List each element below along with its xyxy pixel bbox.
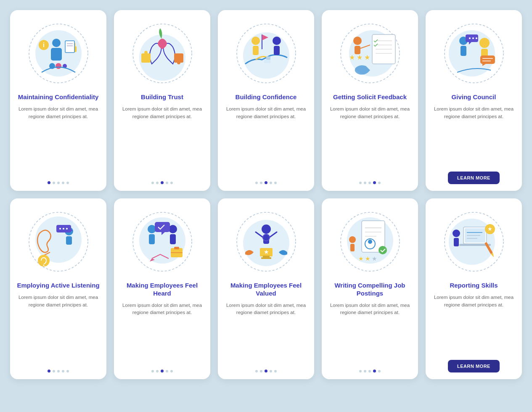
svg-point-11 [56,63,61,69]
svg-rect-3 [51,48,62,61]
svg-text:★: ★ [358,255,364,262]
card-5-body: Lorem ipsum dolor sit dim amet, mea regi… [432,106,515,166]
svg-point-51 [476,37,477,39]
svg-rect-26 [274,46,280,55]
svg-point-113 [453,230,460,237]
card-3-body: Lorem ipsum dolor sit dim amet, mea regi… [225,106,307,176]
dot [270,182,272,184]
card-10-learn-button[interactable]: LEARN MORE [448,360,500,372]
svg-text:★: ★ [372,255,377,262]
svg-text:★: ★ [364,54,370,61]
dot [66,182,69,184]
svg-text:★: ★ [365,255,371,262]
svg-rect-70 [170,234,176,244]
svg-text:★: ★ [263,248,269,255]
dot [166,370,168,372]
dot [368,370,371,372]
card-7-dots [151,370,173,372]
dot [373,370,376,372]
card-3-illustration [233,18,300,89]
svg-rect-40 [355,46,360,54]
svg-point-50 [472,37,474,39]
card-1-body: Lorem ipsum dolor sit dim amet, mea regi… [17,106,100,176]
card-getting-solicit-feedback: ★ ★ ★ Getting Solicit Feedback Lorem ips… [322,10,418,191]
card-8-title: Making Employees Feel Valued [225,282,307,298]
card-2-dots [151,181,173,184]
card-9-body: Lorem ipsum dolor sit dim amet, mea regi… [328,302,411,365]
card-1-footer [17,181,100,184]
svg-rect-100 [350,244,355,251]
dot [364,182,366,184]
svg-point-21 [251,37,260,45]
dot [170,182,173,184]
card-3-dots [255,181,277,184]
card-1-title: Maintaining Confidentiality [18,93,99,101]
card-5-title: Giving Council [452,93,496,101]
card-6-dots [48,370,69,372]
card-making-employees-feel-valued: ★ Making Employees Feel Valued Lorem ips… [218,198,314,379]
dot [359,370,362,372]
dot [378,370,381,372]
card-making-employees-feel-heard: Making Employees Feel Heard Lorem ipsum … [114,198,210,379]
card-7-title: Making Employees Feel Heard [121,282,204,298]
svg-rect-68 [149,234,155,244]
card-4-body: Lorem ipsum dolor sit dim amet, mea regi… [328,106,411,176]
card-10-illustration: ★ [440,206,508,277]
dot [166,182,168,184]
card-7-body: Lorem ipsum dolor sit dim amet, mea regi… [121,302,204,365]
dot [57,370,60,372]
card-writing-compelling-job-postings: ★ ★ ★ Writing Compelling Job Postings Lo… [322,198,418,379]
svg-point-99 [349,236,356,243]
svg-rect-15 [141,53,151,63]
svg-rect-22 [253,46,259,55]
card-4-title: Getting Solicit Feedback [333,93,407,101]
svg-point-18 [177,61,180,64]
card-10-footer: LEARN MORE [432,360,515,372]
card-5-illustration [440,18,508,89]
svg-point-82 [262,224,271,234]
svg-rect-80 [261,257,271,259]
card-6-body: Lorem ipsum dolor sit dim amet, mea regi… [17,294,100,364]
card-9-dots [359,370,381,372]
svg-rect-7 [65,41,74,53]
card-3-title: Building Confidence [236,93,297,101]
dot [151,370,154,372]
card-2-footer [121,181,204,184]
card-4-footer [328,181,411,184]
dot [156,370,159,372]
svg-rect-27 [264,60,270,63]
dot [170,370,173,372]
dot [274,182,277,184]
svg-point-61 [63,228,64,230]
card-7-illustration [129,206,196,277]
card-5-learn-button[interactable]: LEARN MORE [448,172,500,184]
dot [368,182,371,184]
card-8-illustration: ★ [233,206,300,277]
dot [66,370,69,372]
dot [378,182,381,184]
svg-point-98 [378,246,387,254]
dot [161,181,164,184]
card-2-body: Lorem ipsum dolor sit dim amet, mea regi… [121,106,204,176]
card-maintaining-confidentiality: i Maintaining Confidentiality Lorem ipsu… [10,10,106,191]
svg-rect-73 [174,247,179,249]
card-4-illustration: ★ ★ ★ [336,18,404,89]
dot [373,181,376,184]
card-4-dots [359,181,381,184]
dot [48,370,50,372]
svg-text:★: ★ [349,54,355,61]
card-6-title: Employing Active Listening [17,282,99,290]
card-building-confidence: Building Confidence Lorem ipsum dolor si… [218,10,314,191]
dot [364,370,366,372]
card-reporting-skills: ★ Reporting Skills Lorem ipsum dolor sit… [426,198,522,379]
svg-point-60 [59,228,61,230]
card-1-dots [48,181,69,184]
svg-point-46 [479,38,490,48]
dot [260,370,262,372]
card-building-trust: Building Trust Lorem ipsum dolor sit dim… [114,10,210,191]
card-1-illustration: i [25,18,92,89]
svg-rect-58 [66,236,72,245]
svg-rect-52 [480,55,495,64]
dot [260,182,262,184]
svg-text:★: ★ [487,226,492,232]
